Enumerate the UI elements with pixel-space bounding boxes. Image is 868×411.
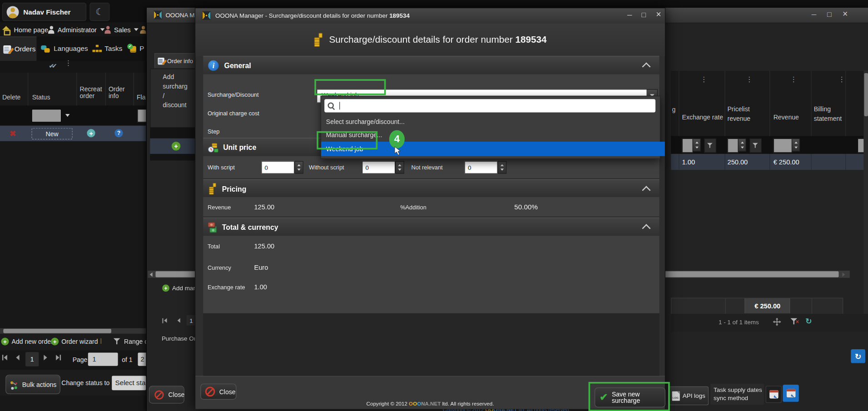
revenue-label: Revenue (208, 204, 231, 211)
recreate-order-icon[interactable]: + (87, 129, 95, 137)
without-script-input[interactable]: 0 (362, 161, 395, 174)
with-script-stepper[interactable] (294, 161, 303, 174)
plus-icon: + (1, 337, 9, 345)
page-input[interactable]: 1 (88, 352, 118, 366)
scrollbar-thumb[interactable] (864, 73, 868, 116)
collapse-icon[interactable] (642, 224, 650, 233)
dialog-titlebar[interactable]: OOONA Manager - Surcharge/discount detai… (195, 8, 665, 24)
menu-sales[interactable]: Sales (104, 25, 139, 35)
col-flag[interactable]: Fla (137, 94, 145, 101)
plus-icon: + (162, 284, 169, 292)
menu-administrator[interactable]: Administrator (48, 25, 104, 35)
tab-partial[interactable]: P (125, 36, 146, 61)
select-status-dropdown[interactable]: Select sta (112, 376, 146, 391)
billing-grid-row[interactable]: 1.00 250.00 € 250.00 (671, 154, 868, 170)
filter-funnel-button[interactable] (704, 139, 716, 153)
delete-icon[interactable]: ✖ (10, 129, 16, 138)
not-relevant-input[interactable]: 0 (465, 161, 498, 174)
col-delete[interactable]: Delete (2, 94, 21, 101)
col-recreate-order[interactable]: Recreatorder (80, 86, 102, 99)
collapse-icon[interactable] (642, 62, 650, 71)
scrollbar-thumb[interactable] (3, 329, 111, 333)
status-filter-dropdown[interactable] (62, 109, 73, 121)
pan-icon[interactable] (773, 318, 781, 326)
range-filter-button[interactable]: Range o (114, 337, 148, 347)
status-badge[interactable]: New (31, 128, 72, 140)
col-revenue[interactable]: Revenue (774, 114, 799, 121)
minimize-icon[interactable]: ─ (812, 10, 816, 18)
page-number-button[interactable]: 1 (25, 352, 39, 366)
order-wizard-button[interactable]: + Order wizard (51, 337, 98, 347)
column-menu-icon[interactable]: ⋮ (838, 79, 845, 81)
surcharge-selected-row[interactable]: + (150, 139, 195, 154)
page-last-button[interactable] (56, 355, 61, 360)
close-icon[interactable]: × (656, 10, 661, 20)
dropdown-item-select[interactable]: Select surcharge/discount... (321, 115, 665, 129)
column-menu-icon[interactable]: ⋮ (790, 79, 797, 81)
save-new-surcharge-button[interactable]: ✔ Save new surcharge (595, 387, 665, 407)
order-window-close-button[interactable]: Close (149, 386, 184, 404)
dialog-close-button[interactable]: Close (200, 384, 236, 400)
inner-page-first[interactable] (162, 318, 167, 323)
filter-funnel-button[interactable] (749, 139, 762, 153)
dark-mode-button[interactable]: ☾ (89, 3, 109, 21)
col-order-info[interactable]: Orderinfo (109, 86, 125, 99)
column-menu-icon[interactable]: ⋮ (700, 79, 708, 81)
col-exchange-rate[interactable]: Exchange rate (682, 114, 723, 121)
without-script-stepper[interactable] (395, 161, 404, 174)
tab-orders[interactable]: Orders (0, 36, 36, 61)
filter-stepper[interactable] (693, 139, 701, 152)
scroll-left-icon[interactable] (150, 272, 153, 277)
with-script-input[interactable]: 0 (261, 161, 294, 174)
inner-page-prev[interactable] (177, 318, 180, 323)
not-relevant-stepper[interactable] (498, 161, 507, 174)
section-general-header[interactable]: General (203, 56, 659, 74)
column-menu-icon[interactable]: ⋮ (746, 79, 753, 81)
minimize-icon[interactable]: ─ (627, 11, 632, 19)
page-next-button[interactable] (44, 355, 47, 360)
filter-input[interactable] (682, 139, 693, 153)
copyright: Copyright © 2012 OOONA.NET ltd. All righ… (281, 401, 580, 406)
menu-home[interactable]: Home page (2, 25, 48, 35)
page-size-select[interactable]: 2 (138, 352, 146, 366)
col-billing-statement[interactable]: Billingstatement (814, 104, 842, 123)
close-icon[interactable]: × (843, 9, 848, 19)
add-new-order-button[interactable]: + Add new order (1, 337, 53, 347)
page-first-button[interactable] (2, 355, 7, 360)
select-all-icon[interactable]: ✔✔ (49, 62, 54, 70)
sync-refresh-button[interactable]: ↻ (851, 349, 865, 363)
menu-partial-item[interactable] (139, 25, 147, 35)
left-grid-hscrollbar[interactable] (0, 328, 146, 334)
filter-stepper[interactable] (738, 139, 746, 152)
task-sync-auto-button[interactable] (783, 385, 799, 402)
section-total-header[interactable]: Total & currency (203, 218, 659, 237)
scroll-right-icon[interactable] (843, 272, 845, 277)
order-info-icon[interactable]: ? (114, 129, 123, 137)
tab-tasks[interactable]: Tasks (89, 36, 124, 61)
col-status[interactable]: Status (32, 94, 50, 101)
order-row[interactable]: ✖ New + ? (0, 126, 146, 141)
dropdown-search-box[interactable] (324, 99, 655, 112)
api-logs-button[interactable]: API logs (669, 386, 709, 405)
close-prohibition-icon (205, 386, 215, 396)
tab-languages[interactable]: Languages (38, 36, 89, 61)
task-sync-manual-button[interactable] (766, 386, 782, 403)
add-manual-button[interactable]: + Add man (162, 283, 197, 292)
user-chip[interactable]: Nadav Fischer (2, 3, 86, 21)
tab-order-info[interactable]: Order info (154, 53, 197, 68)
filter-input[interactable] (774, 139, 792, 153)
maximize-icon[interactable]: □ (827, 10, 832, 18)
column-menu-icon[interactable]: ⋮ (65, 62, 72, 64)
collapse-icon[interactable] (642, 186, 650, 194)
col-pricelist-revenue[interactable]: Pricelistrevenue (728, 104, 751, 123)
page-prev-button[interactable] (16, 355, 19, 360)
section-pricing-header[interactable]: Pricing (203, 179, 659, 198)
add-surcharge-row-icon[interactable]: + (172, 142, 181, 151)
filter-stepper[interactable] (792, 139, 800, 152)
bulk-actions-button[interactable]: Bulk actions (5, 375, 60, 394)
refresh-icon[interactable]: ↻ (805, 317, 812, 326)
maximize-icon[interactable]: □ (642, 10, 646, 19)
status-filter-input[interactable] (31, 109, 61, 122)
filter-input[interactable] (728, 139, 739, 153)
billing-grid-vscrollbar[interactable] (863, 71, 868, 331)
